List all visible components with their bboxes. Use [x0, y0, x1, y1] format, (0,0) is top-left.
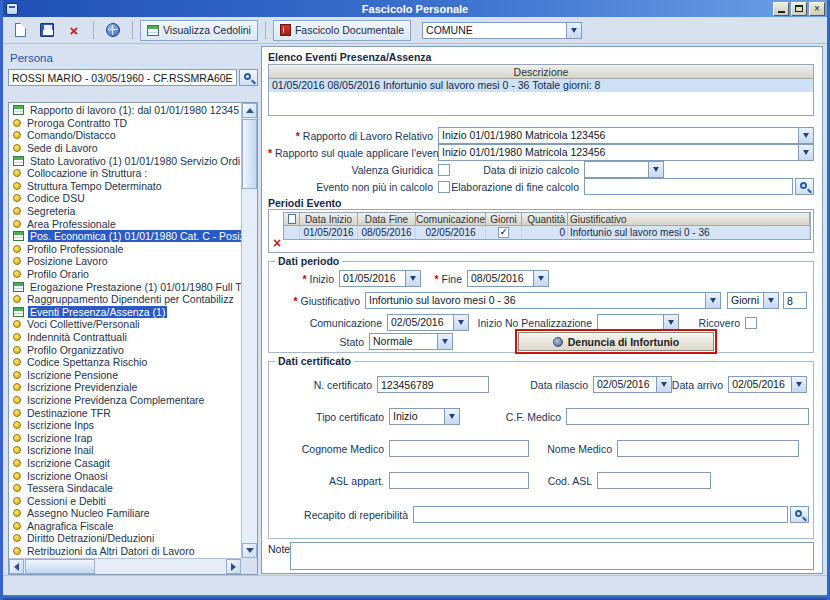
tree-item[interactable]: Diritto Detrazioni/Deduzioni: [13, 532, 241, 545]
cf-medico-input[interactable]: [566, 408, 809, 425]
tree-item[interactable]: Voci Collettive/Personali: [13, 318, 241, 331]
chevron-down-icon[interactable]: [705, 293, 720, 308]
chevron-down-icon[interactable]: [798, 145, 813, 160]
recapito-search-button[interactable]: [790, 506, 809, 523]
minimize-button[interactable]: [773, 2, 789, 16]
tree-item[interactable]: Segreteria: [13, 205, 241, 218]
comune-combobox[interactable]: COMUNE: [422, 22, 582, 39]
periodo-row[interactable]: 01/05/2016 08/05/2016 02/05/2016 ✓ 0 Inf…: [284, 226, 810, 239]
tree-item[interactable]: Struttura Tempo Determinato: [13, 180, 241, 193]
tree-item[interactable]: Indennità Contrattuali: [13, 331, 241, 344]
new-button[interactable]: [8, 19, 32, 41]
col-comunicazione[interactable]: Comunicazione: [416, 213, 486, 226]
tree-item[interactable]: Destinazione TFR: [13, 406, 241, 419]
scroll-down-button[interactable]: [242, 543, 257, 558]
quantita-input[interactable]: [783, 292, 807, 309]
tree-item[interactable]: Stato Lavorativo (1) 01/01/1980 Servizio…: [13, 154, 241, 167]
recapito-input[interactable]: [413, 506, 788, 523]
chevron-down-icon[interactable]: [405, 271, 420, 286]
chevron-down-icon[interactable]: [437, 334, 452, 349]
tree-item[interactable]: Profilo Professionale: [13, 243, 241, 256]
asl-appart-input[interactable]: [389, 472, 529, 489]
horizontal-scroll-thumb[interactable]: [25, 559, 95, 574]
tree-item[interactable]: Iscrizione Irap: [13, 431, 241, 444]
tree-item[interactable]: Codice Spettanza Rischio: [13, 356, 241, 369]
col-giorni[interactable]: Giorni: [486, 213, 522, 226]
chevron-down-icon[interactable]: [444, 409, 459, 424]
evento-list-row[interactable]: 01/05/2016 08/05/2016 Infortunio sul lav…: [269, 79, 813, 92]
n-certificato-input[interactable]: [377, 376, 489, 393]
chevron-down-icon[interactable]: [763, 293, 778, 308]
inizio-combobox[interactable]: 01/05/2016: [339, 270, 421, 287]
tree-item[interactable]: Profilo Orario: [13, 268, 241, 281]
col-data-fine[interactable]: Data Fine: [358, 213, 416, 226]
tree-item[interactable]: Retribuzioni da Altri Datori di Lavoro: [13, 545, 241, 558]
chevron-down-icon[interactable]: [566, 23, 581, 38]
col-giustificativo[interactable]: Giustificativo: [568, 213, 810, 226]
vertical-scroll-thumb[interactable]: [242, 119, 257, 189]
data-arrivo-combobox[interactable]: 02/05/2016: [728, 376, 807, 393]
save-button[interactable]: [35, 19, 59, 41]
chevron-down-icon[interactable]: [656, 377, 671, 392]
chevron-down-icon[interactable]: [798, 128, 813, 143]
col-data-inizio[interactable]: Data Inizio: [300, 213, 358, 226]
visualizza-cedolini-button[interactable]: Visualizza Cedolini: [140, 20, 258, 41]
fascicolo-documentale-button[interactable]: Fascicolo Documentale: [273, 20, 411, 41]
refresh-button[interactable]: [101, 19, 125, 41]
data-inizio-calcolo-combobox[interactable]: [584, 161, 664, 178]
tree-item[interactable]: Anagrafica Fiscale: [13, 520, 241, 533]
tree-item[interactable]: Collocazione in Struttura :: [13, 167, 241, 180]
rapporto-applicare-combobox[interactable]: Inizio 01/01/1980 Matricola 123456: [438, 144, 814, 161]
tree-item[interactable]: Iscrizione Inps: [13, 419, 241, 432]
elaborazione-fine-input[interactable]: [584, 178, 793, 195]
valenza-giuridica-checkbox[interactable]: [438, 164, 450, 176]
tree-item[interactable]: Iscrizione Inail: [13, 444, 241, 457]
close-button[interactable]: ×: [809, 2, 825, 16]
row-selector-header[interactable]: [284, 213, 300, 226]
unita-combobox[interactable]: Giorni: [727, 292, 779, 309]
chevron-down-icon[interactable]: [648, 162, 663, 177]
scroll-left-button[interactable]: [9, 559, 24, 574]
cod-asl-input[interactable]: [597, 472, 711, 489]
tree-item[interactable]: Rapporto di lavoro (1): dal 01/01/1980 1…: [13, 104, 241, 117]
data-rilascio-combobox[interactable]: 02/05/2016: [593, 376, 672, 393]
tree-horizontal-scrollbar[interactable]: [9, 558, 241, 574]
scroll-right-button[interactable]: [226, 559, 241, 574]
tree-item[interactable]: Pos. Economica (1) 01/01/1980 Cat. C - P…: [13, 230, 241, 243]
tree-item[interactable]: Eventi Presenza/Assenza (1): [13, 306, 241, 319]
cognome-medico-input[interactable]: [389, 440, 529, 457]
denuncia-infortunio-button[interactable]: Denuncia di Infortunio: [518, 332, 714, 351]
nome-medico-input[interactable]: [617, 440, 799, 457]
tree-item[interactable]: Iscrizione Pensione: [13, 368, 241, 381]
stato-combobox[interactable]: Normale: [369, 333, 453, 350]
tree-item[interactable]: Erogazione Prestazione (1) 01/01/1980 Fu…: [13, 280, 241, 293]
fine-combobox[interactable]: 08/05/2016: [467, 270, 549, 287]
tree-item[interactable]: Posizione Lavoro: [13, 255, 241, 268]
ricovero-checkbox[interactable]: [745, 317, 757, 329]
evento-non-piu-checkbox[interactable]: [438, 181, 450, 193]
tree-item[interactable]: Iscrizione Onaosi: [13, 469, 241, 482]
tree-item[interactable]: Cessioni e Debiti: [13, 494, 241, 507]
persona-search-button[interactable]: [239, 69, 258, 86]
delete-button[interactable]: ×: [62, 19, 86, 41]
col-quantita[interactable]: Quantità: [522, 213, 568, 226]
tree-item[interactable]: Sede di Lavoro: [13, 142, 241, 155]
maximize-button[interactable]: [791, 2, 807, 16]
chevron-down-icon[interactable]: [533, 271, 548, 286]
tree-vertical-scrollbar[interactable]: [241, 103, 257, 558]
giorni-checkbox[interactable]: ✓: [498, 227, 509, 238]
tree-item[interactable]: Raggruppamento Dipendenti per Contabiliz…: [13, 293, 241, 306]
chevron-down-icon[interactable]: [791, 377, 806, 392]
tree-item[interactable]: Assegno Nucleo Familiare: [13, 507, 241, 520]
tree-item[interactable]: Profilo Organizzativo: [13, 343, 241, 356]
scroll-up-button[interactable]: [242, 103, 257, 118]
tree-item[interactable]: Iscrizione Previdenza Complementare: [13, 394, 241, 407]
delete-periodo-button[interactable]: ×: [270, 235, 284, 251]
chevron-down-icon[interactable]: [663, 315, 678, 330]
persona-input[interactable]: [8, 69, 237, 86]
tree-item[interactable]: Proroga Contratto TD: [13, 117, 241, 130]
comunicazione-combobox[interactable]: 02/05/2016: [387, 314, 469, 331]
tree-item[interactable]: Iscrizione Casagit: [13, 457, 241, 470]
tree-item[interactable]: Codice DSU: [13, 192, 241, 205]
elaborazione-fine-search-button[interactable]: [795, 178, 814, 195]
